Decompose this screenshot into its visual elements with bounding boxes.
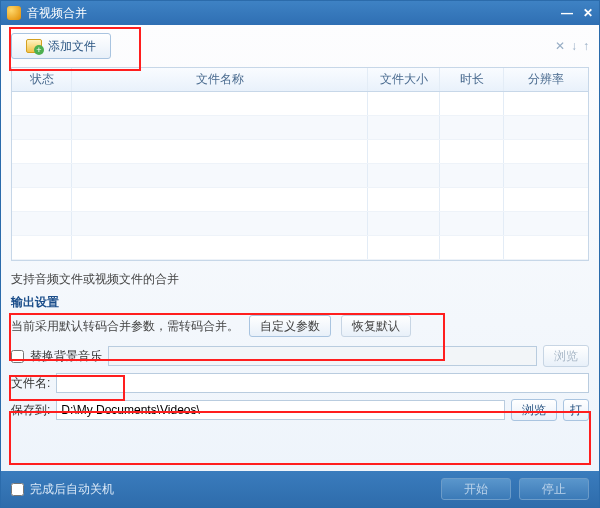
col-name[interactable]: 文件名称 bbox=[72, 68, 368, 91]
output-note: 当前采用默认转码合并参数，需转码合并。 bbox=[11, 318, 239, 335]
table-row[interactable] bbox=[12, 116, 588, 140]
open-folder-button[interactable]: 打 bbox=[563, 399, 589, 421]
titlebar: 音视频合并 — ✕ bbox=[1, 1, 599, 25]
move-down-icon[interactable]: ↓ bbox=[571, 39, 577, 53]
footer: 完成后自动关机 开始 停止 bbox=[1, 471, 599, 507]
table-row[interactable] bbox=[12, 92, 588, 116]
close-button[interactable]: ✕ bbox=[583, 6, 593, 20]
support-hint: 支持音频文件或视频文件的合并 bbox=[11, 271, 589, 288]
bgm-path-input[interactable] bbox=[108, 346, 537, 366]
remove-icon[interactable]: ✕ bbox=[555, 39, 565, 53]
saveto-label: 保存到: bbox=[11, 402, 50, 419]
move-up-icon[interactable]: ↑ bbox=[583, 39, 589, 53]
table-row[interactable] bbox=[12, 164, 588, 188]
col-size[interactable]: 文件大小 bbox=[368, 68, 440, 91]
table-body bbox=[12, 92, 588, 260]
table-row[interactable] bbox=[12, 140, 588, 164]
shutdown-label: 完成后自动关机 bbox=[30, 481, 114, 498]
filename-input[interactable] bbox=[56, 373, 589, 393]
col-dur[interactable]: 时长 bbox=[440, 68, 504, 91]
stop-button[interactable]: 停止 bbox=[519, 478, 589, 500]
saveto-browse-button[interactable]: 浏览 bbox=[511, 399, 557, 421]
add-file-button[interactable]: 添加文件 bbox=[11, 33, 111, 59]
saveto-input[interactable] bbox=[56, 400, 505, 420]
restore-default-button[interactable]: 恢复默认 bbox=[341, 315, 411, 337]
replace-bgm-checkbox[interactable] bbox=[11, 350, 24, 363]
output-section-title: 输出设置 bbox=[11, 294, 589, 311]
minimize-button[interactable]: — bbox=[561, 6, 573, 20]
app-icon bbox=[7, 6, 21, 20]
table-row[interactable] bbox=[12, 212, 588, 236]
filename-label: 文件名: bbox=[11, 375, 50, 392]
shutdown-checkbox[interactable] bbox=[11, 483, 24, 496]
table-row[interactable] bbox=[12, 188, 588, 212]
file-table: 状态 文件名称 文件大小 时长 分辨率 bbox=[11, 67, 589, 261]
table-row[interactable] bbox=[12, 236, 588, 260]
col-res[interactable]: 分辨率 bbox=[504, 68, 588, 91]
window-title: 音视频合并 bbox=[27, 5, 87, 22]
col-status[interactable]: 状态 bbox=[12, 68, 72, 91]
start-button[interactable]: 开始 bbox=[441, 478, 511, 500]
replace-bgm-label: 替换背景音乐 bbox=[30, 348, 102, 365]
folder-plus-icon bbox=[26, 39, 42, 53]
custom-params-button[interactable]: 自定义参数 bbox=[249, 315, 331, 337]
add-file-label: 添加文件 bbox=[48, 38, 96, 55]
bgm-browse-button[interactable]: 浏览 bbox=[543, 345, 589, 367]
